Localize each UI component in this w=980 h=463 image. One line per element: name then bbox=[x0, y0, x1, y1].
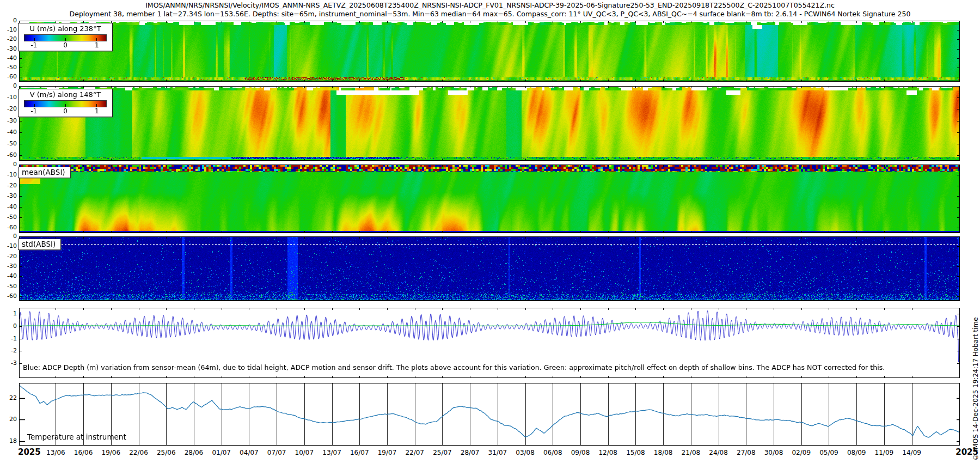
colorbar-tick bbox=[34, 104, 35, 107]
x-tick-date-label: 03/08 bbox=[516, 449, 535, 456]
x-tick-date-label: 15/08 bbox=[626, 449, 645, 456]
y-tick-label: -10 bbox=[0, 172, 17, 178]
y-tick-label: 0 bbox=[0, 161, 17, 168]
x-tick-date-label: 13/07 bbox=[322, 449, 341, 456]
x-tick-date-label: 27/08 bbox=[737, 449, 756, 456]
y-tick-label: -60 bbox=[0, 293, 17, 300]
x-tick-date-label: 02/09 bbox=[792, 449, 811, 456]
y-tick-label: -50 bbox=[0, 64, 17, 71]
y-tick-label: -1 bbox=[0, 336, 17, 342]
x-tick-date-label: 08/09 bbox=[847, 449, 866, 456]
x-tick-date-label: 21/08 bbox=[682, 449, 701, 456]
x-tick-date-label: 06/08 bbox=[543, 449, 562, 456]
v-colorbar-ticklabels: -1 0 1 bbox=[24, 107, 107, 115]
y-tick-label: 0 bbox=[0, 17, 17, 24]
x-tick-date-label: 13/06 bbox=[46, 449, 65, 456]
y-tick-label: -3 bbox=[0, 360, 17, 367]
y-tick-label: -10 bbox=[0, 94, 17, 101]
x-tick-date-label: 11/09 bbox=[875, 449, 894, 456]
y-tick-label: -50 bbox=[0, 141, 17, 147]
colorbar-tick-label: 0 bbox=[63, 41, 68, 49]
x-tick-date-label: 16/06 bbox=[74, 449, 93, 456]
x-tick-date-label: 22/07 bbox=[405, 449, 424, 456]
x-tick-date-label: 28/07 bbox=[461, 449, 480, 456]
std-absi-label: std(ABSI) bbox=[18, 239, 61, 250]
y-tick-label: -2 bbox=[0, 348, 17, 354]
x-tick-date-label: 12/08 bbox=[598, 449, 617, 456]
colorbar-tick bbox=[65, 104, 66, 107]
x-tick-date-label: 10/07 bbox=[295, 449, 314, 456]
x-tick-date-label: 14/09 bbox=[902, 449, 921, 456]
colorbar-tick-label: -1 bbox=[30, 107, 37, 115]
y-tick-label: -30 bbox=[0, 263, 17, 270]
colorbar-tick-label: 1 bbox=[95, 41, 99, 49]
y-tick-label: -50 bbox=[0, 214, 17, 221]
v-colorbar bbox=[24, 100, 107, 107]
adcp-diagnostic-plot-page: IMOS/ANMN/NRS/NRSNSI/Velocity/IMOS_ANMN-… bbox=[0, 0, 980, 463]
x-tick-date-label: 19/06 bbox=[102, 449, 121, 456]
colorbar-tick-label: 0 bbox=[63, 107, 68, 115]
x-tick-date-label: 25/06 bbox=[157, 449, 176, 456]
colorbar-tick bbox=[65, 38, 66, 41]
x-tick-date-label: 28/06 bbox=[185, 449, 204, 456]
u-colorbar-ticklabels: -1 0 1 bbox=[24, 41, 107, 50]
x-tick-date-label: 04/07 bbox=[240, 449, 259, 456]
y-tick-label: 0 bbox=[0, 83, 17, 89]
y-tick-label: 22 bbox=[0, 395, 17, 401]
colorbar-tick bbox=[34, 38, 35, 41]
y-tick-label: -20 bbox=[0, 253, 17, 260]
x-tick-date-label: 31/07 bbox=[488, 449, 507, 456]
x-tick-date-label: 05/09 bbox=[819, 449, 838, 456]
y-tick-label: -20 bbox=[0, 106, 17, 112]
y-tick-label: 20 bbox=[0, 416, 17, 423]
y-tick-label: -40 bbox=[0, 55, 17, 62]
y-tick-label: -10 bbox=[0, 243, 17, 249]
x-tick-date-label: 16/07 bbox=[350, 449, 369, 456]
y-tick-label: -60 bbox=[0, 152, 17, 159]
y-tick-label: 1 bbox=[0, 310, 17, 317]
x-tick-date-label: 07/07 bbox=[267, 449, 286, 456]
v-legend-title: V (m/s) along 148°T bbox=[19, 89, 112, 99]
plot-subtitle-deployment: Deployment 38, member 1 lat=27.34S lon=1… bbox=[0, 10, 980, 18]
colorbar-tick bbox=[96, 104, 97, 107]
y-tick-label: -50 bbox=[0, 283, 17, 290]
y-tick-label: 0 bbox=[0, 323, 17, 330]
y-tick-label: -40 bbox=[0, 129, 17, 136]
mean-absi-label: mean(ABSI) bbox=[18, 167, 71, 178]
colorbar-tick-label: 1 bbox=[95, 107, 99, 115]
temperature-plot bbox=[19, 383, 960, 446]
depth-variation-note: Blue: ADCP Depth (m) variation from sens… bbox=[23, 363, 885, 371]
mean-absi-heatmap bbox=[19, 165, 960, 233]
y-tick-label: -30 bbox=[0, 193, 17, 199]
y-tick-label: 0 bbox=[0, 233, 17, 240]
y-tick-label: -60 bbox=[0, 224, 17, 231]
v-colorbar-legend: V (m/s) along 148°T -1 0 1 bbox=[18, 89, 113, 117]
y-tick-label: -30 bbox=[0, 46, 17, 52]
temperature-label: Temperature at instrument bbox=[27, 432, 126, 441]
y-tick-label: -30 bbox=[0, 118, 17, 124]
x-tick-date-label: 24/08 bbox=[709, 449, 728, 456]
y-tick-label: -20 bbox=[0, 36, 17, 42]
year-label-left: 2025 bbox=[18, 447, 41, 457]
u-colorbar bbox=[24, 34, 107, 41]
x-tick-date-label: 30/08 bbox=[764, 449, 783, 456]
y-tick-label: -40 bbox=[0, 204, 17, 210]
u-velocity-heatmap bbox=[19, 21, 960, 82]
std-absi-heatmap bbox=[19, 236, 960, 301]
x-tick-date-label: 22/06 bbox=[129, 449, 148, 456]
imos-copyright: © IMOS 14-Dec-2025 19:24:17 Hobart time bbox=[972, 237, 979, 461]
x-tick-date-label: 25/07 bbox=[433, 449, 452, 456]
plot-title-filename: IMOS/ANMN/NRS/NRSNSI/Velocity/IMOS_ANMN-… bbox=[0, 1, 980, 9]
x-tick-date-label: 01/07 bbox=[212, 449, 231, 456]
x-tick-date-label: 19/07 bbox=[378, 449, 397, 456]
u-legend-title: U (m/s) along 238°T bbox=[19, 23, 112, 33]
colorbar-tick bbox=[96, 38, 97, 41]
u-colorbar-legend: U (m/s) along 238°T -1 0 1 bbox=[18, 23, 113, 51]
y-tick-label: -20 bbox=[0, 182, 17, 189]
y-tick-label: 18 bbox=[0, 438, 17, 444]
x-tick-date-label: 18/08 bbox=[654, 449, 673, 456]
y-tick-label: -60 bbox=[0, 74, 17, 80]
v-velocity-heatmap bbox=[19, 86, 960, 161]
x-tick-date-label: 09/08 bbox=[571, 449, 590, 456]
colorbar-tick-label: -1 bbox=[30, 41, 37, 49]
